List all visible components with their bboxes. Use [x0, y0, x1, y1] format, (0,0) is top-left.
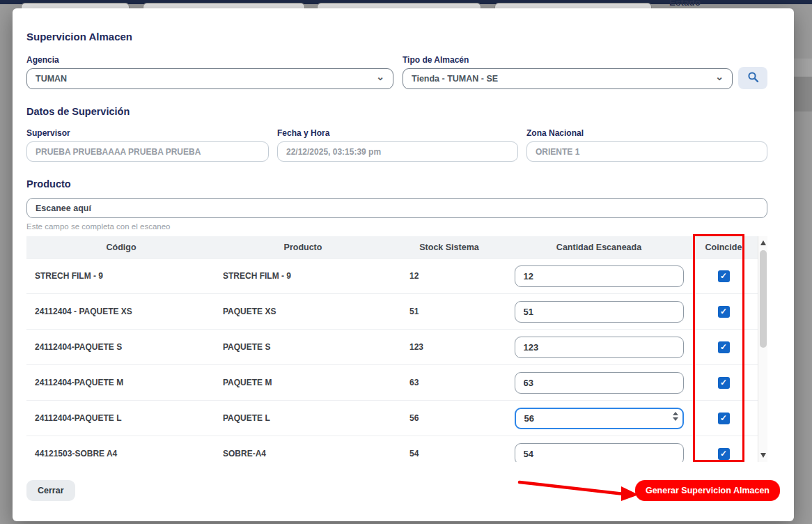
generar-supervicion-button[interactable]: Generar Supervicion Almacen: [635, 480, 780, 501]
table-row: 24112404 - PAQUETE XS PAQUETE XS 51: [26, 294, 758, 330]
tipo-almacen-label: Tipo de Almacén: [403, 55, 733, 65]
table-row: 44121503-SOBRE A4 SOBRE-A4 54: [26, 436, 758, 462]
cell-producto: STRECH FILM - 9: [216, 271, 390, 281]
spinner-up-icon[interactable]: [673, 412, 678, 415]
scroll-up-icon[interactable]: [760, 240, 766, 245]
background-estado-label: Estado: [669, 0, 701, 8]
agencia-label: Agencia: [26, 55, 393, 65]
cell-producto: PAQUETE XS: [216, 307, 390, 316]
producto-heading: Producto: [26, 178, 780, 190]
coincide-checkbox[interactable]: [718, 377, 730, 389]
background-band: [794, 77, 812, 111]
scan-input[interactable]: [26, 198, 767, 218]
cell-codigo: STRECH FILM - 9: [26, 271, 216, 281]
table-row: 24112404-PAQUETE L PAQUETE L 56: [26, 401, 758, 436]
cell-stock: 63: [390, 378, 508, 387]
coincide-checkbox[interactable]: [718, 413, 730, 424]
cell-codigo: 44121503-SOBRE A4: [26, 449, 216, 458]
chevron-down-icon: ⌄: [715, 73, 724, 80]
cell-producto: SOBRE-A4: [216, 449, 390, 458]
tipo-almacen-select-value: Tienda - TUMAN - SE: [412, 74, 498, 84]
cell-producto: PAQUETE S: [216, 342, 390, 352]
datos-row: Supervisor PRUEBA PRUEBAAAA PRUEBA PRUEB…: [26, 128, 780, 162]
zona-nacional-label: Zona Nacional: [526, 128, 767, 138]
fecha-hora-value: 22/12/2025, 03:15:39 pm: [286, 147, 381, 157]
table-row: 24112404-PAQUETE M PAQUETE M 63: [26, 365, 758, 401]
cell-stock: 123: [390, 342, 508, 352]
table-row: 24112404-PAQUETE S PAQUETE S 123: [26, 330, 758, 365]
zona-nacional-value: ORIENTE 1: [536, 147, 579, 157]
table-scrollbar[interactable]: [758, 236, 767, 462]
supervisor-field: PRUEBA PRUEBAAAA PRUEBA PRUEBA: [26, 141, 269, 162]
cell-codigo: 24112404-PAQUETE L: [26, 413, 216, 423]
coincide-checkbox[interactable]: [718, 306, 730, 318]
scrollbar-thumb[interactable]: [760, 250, 767, 348]
annotation-arrow: [514, 476, 646, 504]
cantidad-input-focused[interactable]: [515, 408, 684, 429]
zona-nacional-field: ORIENTE 1: [526, 141, 767, 162]
tipo-almacen-select[interactable]: Tienda - TUMAN - SE ⌄: [403, 68, 733, 89]
cantidad-input[interactable]: [515, 337, 684, 358]
cell-stock: 51: [390, 307, 508, 316]
cell-codigo: 24112404-PAQUETE M: [26, 378, 216, 387]
cell-codigo: 24112404 - PAQUETE XS: [26, 307, 216, 316]
products-table-outer: Código Producto Stock Sistema Cantidad E…: [26, 236, 780, 462]
chevron-down-icon: ⌄: [376, 73, 384, 80]
search-icon: [747, 71, 759, 85]
header-producto: Producto: [216, 242, 390, 252]
modal-footer: Cerrar Generar Supervicion Almacen: [26, 480, 780, 501]
cell-codigo: 24112404-PAQUETE S: [26, 342, 216, 352]
number-spinner[interactable]: [673, 411, 678, 422]
cell-stock: 12: [390, 271, 508, 281]
cantidad-input[interactable]: [515, 301, 684, 323]
filters-row: Agencia TUMAN ⌄ Tipo de Almacén Tienda -…: [26, 55, 780, 89]
table-header-row: Código Producto Stock Sistema Cantidad E…: [26, 236, 758, 259]
table-row: STRECH FILM - 9 STRECH FILM - 9 12: [26, 259, 758, 294]
modal-title: Supervicion Almacen: [26, 31, 780, 43]
cell-producto: PAQUETE M: [216, 378, 390, 387]
cantidad-input[interactable]: [515, 372, 684, 394]
supervisor-value: PRUEBA PRUEBAAAA PRUEBA PRUEBA: [36, 147, 201, 157]
coincide-checkbox[interactable]: [718, 448, 730, 460]
agencia-select-value: TUMAN: [36, 74, 67, 84]
header-cantidad-escaneada: Cantidad Escaneada: [508, 242, 689, 252]
fecha-hora-field: 22/12/2025, 03:15:39 pm: [277, 141, 518, 162]
cell-stock: 54: [390, 449, 508, 458]
coincide-checkbox[interactable]: [718, 341, 730, 353]
header-coincide: Coincide: [689, 242, 758, 252]
scan-hint: Este campo se completa con el escaneo: [26, 222, 780, 231]
datos-heading: Datos de Supervición: [26, 106, 780, 117]
header-codigo: Código: [26, 242, 216, 252]
products-table: Código Producto Stock Sistema Cantidad E…: [26, 236, 767, 462]
supervisor-label: Supervisor: [26, 128, 269, 138]
cell-stock: 56: [390, 413, 508, 423]
fecha-hora-label: Fecha y Hora: [277, 128, 518, 138]
cell-producto: PAQUETE L: [216, 413, 390, 423]
cantidad-input[interactable]: [515, 443, 684, 463]
search-button[interactable]: [738, 67, 767, 89]
scroll-down-icon[interactable]: [760, 453, 766, 458]
coincide-checkbox[interactable]: [718, 270, 730, 282]
agencia-select[interactable]: TUMAN ⌄: [26, 68, 393, 89]
supervision-almacen-modal: Supervicion Almacen Agencia TUMAN ⌄ Tipo…: [13, 8, 794, 521]
cantidad-input[interactable]: [515, 265, 684, 287]
background-band: [794, 59, 812, 77]
close-button[interactable]: Cerrar: [26, 480, 75, 501]
page: Estado Supervicion Almacen Agencia TUMAN…: [0, 0, 812, 524]
header-stock-sistema: Stock Sistema: [390, 242, 508, 252]
spinner-down-icon[interactable]: [673, 417, 678, 421]
